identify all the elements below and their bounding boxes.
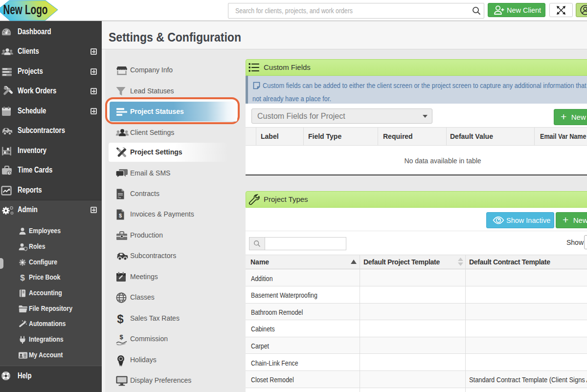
svg-text:$: $	[117, 313, 124, 326]
svg-text:$: $	[119, 333, 123, 341]
svg-text:$: $	[119, 213, 122, 218]
svg-text:$: $	[20, 273, 25, 282]
svg-text:New Logo: New Logo	[3, 1, 48, 17]
